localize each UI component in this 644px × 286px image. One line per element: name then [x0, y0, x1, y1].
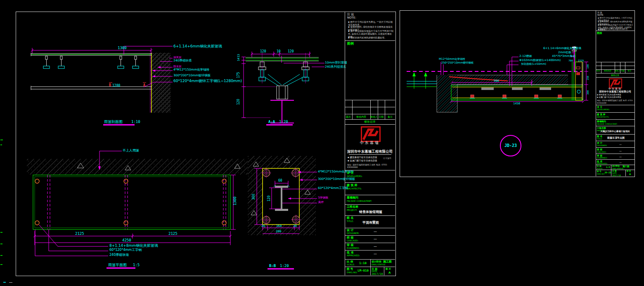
checked-label-en: CHECKED:	[347, 240, 358, 242]
divider	[625, 62, 625, 73]
divider	[596, 77, 635, 78]
divider	[601, 62, 601, 73]
facade-consultant-label-cn: 幕墙顾问	[347, 196, 358, 199]
caption-underline	[103, 124, 135, 125]
dim-label: 1450	[513, 102, 520, 105]
certificate-line: ▪ 建筑幕墙工程专业承包壹级	[348, 156, 377, 159]
right-detail-linework[interactable]	[400, 10, 596, 177]
dim-label: 13	[237, 54, 240, 57]
dim-label: 60	[278, 179, 282, 182]
divider	[596, 141, 635, 141]
dim-label: 120	[260, 50, 266, 53]
architects-label-cn: 建 筑 师	[347, 184, 358, 187]
designer-label-cn: 设 计	[347, 229, 353, 232]
det3-canopy-plan-linework[interactable]	[23, 147, 254, 270]
edge-mark	[0, 232, 2, 233]
dim-label: 1280	[112, 84, 120, 87]
dwg-no-label-cn: 图 号	[347, 268, 353, 271]
company-name: 深圳市中东幕墙工程有限公司	[599, 90, 631, 93]
rev-col-header: 修改人	[370, 116, 378, 118]
divider	[345, 250, 395, 251]
detail-caption: 雨篷剖面图	[104, 120, 123, 124]
annotation: 240系列驳接爪	[325, 65, 346, 69]
facade-consultant-label-en: FACADE CONSULTANT:	[347, 200, 372, 203]
dim-label: 200	[276, 230, 282, 233]
rev-col-header: 备注	[388, 116, 393, 118]
titleblock-divider	[345, 12, 345, 275]
divider	[384, 267, 384, 275]
dwg-no-value: JD-23	[604, 172, 611, 174]
checked-value: —	[374, 238, 377, 241]
dim-label: 20	[293, 225, 297, 228]
dwg-status-label-cn: 设计阶段	[372, 260, 381, 263]
dwg-no-value: LM-010	[358, 269, 369, 272]
company-address: 地址: 深圳市福田区泰然工业区 电话: 0755-83066688	[347, 163, 394, 169]
dim-label: 700	[568, 59, 573, 62]
annotation: 240厚砌块墙	[109, 253, 129, 257]
annotation: 300*200*10mm镀锌钢板	[173, 74, 211, 77]
annotation: 300*200*10mm镀锌钢板	[318, 177, 355, 181]
annotation: 240厚砌块墙	[173, 59, 192, 62]
divider	[596, 62, 635, 62]
examined-label-en: EXAMINED:	[347, 247, 360, 250]
annotation: 4*M12*150mm化学锚栓	[173, 68, 209, 71]
title-label-en: TITLE:	[347, 220, 354, 223]
divider	[349, 154, 391, 155]
cad-viewport[interactable]: 1300 1280 B A 6+1.14+6mm钢化夹胶玻璃 抹灰层 240厚砌…	[0, 0, 644, 286]
approved-value: —	[619, 161, 622, 164]
note-bullet: ▪ 钢材表面均采用热浸镀锌防腐处理。	[598, 28, 633, 31]
annotation: 3厚钢板	[318, 196, 328, 199]
rev-footer: 修改记录	[611, 74, 619, 76]
title-label-en: TITLE:	[597, 138, 603, 140]
checked-label-cn: 校 核	[347, 236, 353, 239]
scale-label-en: SCALE:	[347, 264, 355, 266]
architects-label-en: ARCHITECTS:	[347, 188, 362, 190]
examined-value: —	[619, 156, 622, 158]
divider	[345, 243, 395, 243]
note-label-en: NOTE:	[347, 17, 356, 19]
dim-label: 20	[261, 225, 265, 228]
rev-col-header: 修改内容	[356, 116, 366, 118]
titleblock-divider	[596, 10, 596, 176]
edge-mark	[9, 282, 12, 283]
drawing-title-value: 平面布置图	[362, 221, 379, 225]
title-label-cn: 图 名	[347, 217, 353, 220]
annotation: 8+1.14+8mm钢化夹胶玻璃	[109, 244, 158, 248]
det2-section-AA-linework[interactable]	[233, 45, 336, 128]
scale-value: 1:10	[359, 262, 367, 265]
dim-label: 4250	[122, 239, 131, 242]
company-name: 深圳市中东幕墙工程有限公司	[347, 150, 393, 154]
rev-col-header: 版次	[597, 70, 600, 72]
edge-mark	[0, 255, 2, 256]
dim-label: 175	[237, 72, 240, 78]
developers-label-cn: 业 主	[597, 106, 602, 109]
project-name-value: 销售体验馆雨篷	[359, 210, 382, 214]
detail-caption: B-B	[269, 264, 276, 268]
dim-label: 120	[237, 99, 240, 105]
divider	[378, 100, 378, 119]
project-label-cn: 工程名称	[347, 206, 358, 208]
detail-caption-scale: 1:20	[280, 264, 289, 268]
designer-label-cn: 设 计	[597, 142, 602, 144]
det1-canopy-section-linework[interactable]	[25, 41, 231, 130]
dim-label: 10	[277, 50, 281, 53]
annotation: 6+1.14+6mm钢化夹胶玻璃	[173, 45, 222, 48]
revision-label-cn: 版 次	[386, 268, 391, 270]
architects-label-cn: 建 筑 师	[597, 113, 605, 116]
divider	[596, 105, 635, 105]
detail-caption-scale: 1:10	[131, 120, 140, 124]
note-label-cn: 注 说	[347, 13, 354, 16]
caption-underline	[266, 124, 293, 125]
divider	[596, 112, 635, 113]
dim-label: 900	[494, 80, 499, 83]
developers-label-en: DEVELOPERS:	[347, 175, 362, 178]
scale-label-cn: 比 例	[347, 260, 353, 263]
developers-label-en: DEVELOPERS:	[597, 109, 610, 111]
divider	[345, 267, 395, 267]
annotation: 10mm密封胶缝	[325, 61, 347, 64]
designer-label-en: DESIGNER:	[347, 232, 359, 235]
divider	[352, 100, 353, 119]
annotation: 加劲肋板(L=50mm)	[521, 63, 546, 66]
edge-mark	[3, 282, 6, 283]
certificate-line: ▪ 金属门窗工程专业承包壹级	[597, 97, 621, 99]
